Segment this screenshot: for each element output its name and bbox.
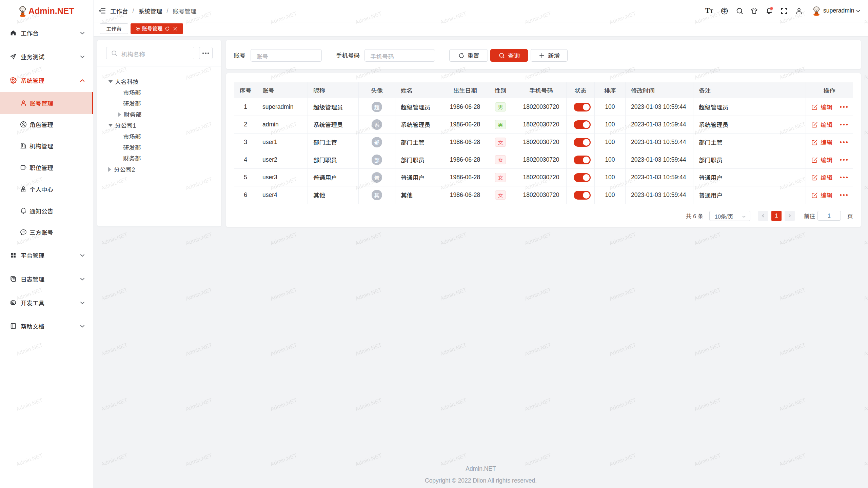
svg-text:中: 中 <box>722 7 727 14</box>
